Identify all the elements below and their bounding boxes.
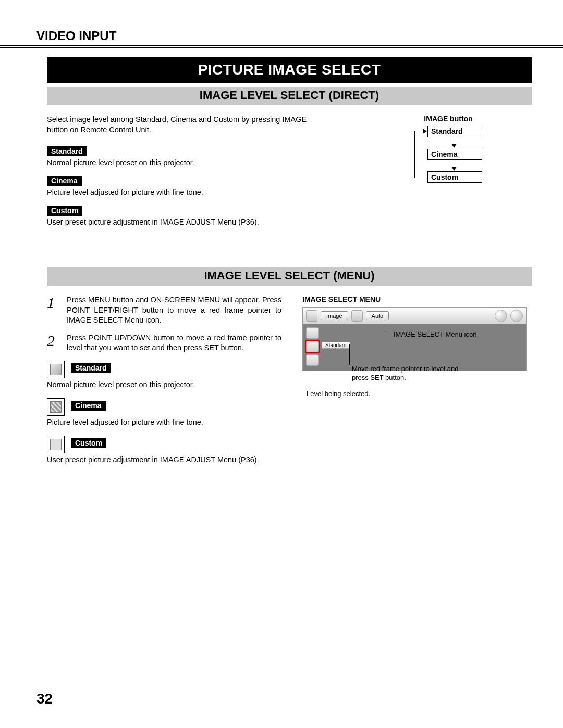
diagram-title: IMAGE button xyxy=(365,115,532,123)
screenshot-title: IMAGE SELECT MENU xyxy=(302,295,532,303)
menu-icon xyxy=(306,310,317,322)
page-banner: PICTURE IMAGE SELECT xyxy=(47,57,532,83)
step-number: 1 xyxy=(47,295,58,326)
menu-icon xyxy=(351,310,363,322)
chip-cinema: Cinema xyxy=(47,176,82,186)
menu-round-icon xyxy=(510,310,523,322)
chip-custom: Custom xyxy=(47,206,82,216)
desc-custom: User preset picture adjustment in IMAGE … xyxy=(47,218,344,226)
chip-standard: Standard xyxy=(47,146,87,156)
chip-standard-menu: Standard xyxy=(71,363,111,373)
arrow-down-icon xyxy=(451,167,457,171)
red-frame-pointer xyxy=(305,340,320,353)
menu-bar: Image Auto xyxy=(302,307,527,324)
arrow-down-icon xyxy=(451,144,457,148)
custom-icon xyxy=(47,436,65,453)
menu-screenshot: Image Auto Standard IMAGE SELECT Menu ic… xyxy=(302,307,527,371)
callout-line xyxy=(349,344,350,365)
cinema-icon xyxy=(47,398,65,416)
cycle-box-standard: Standard xyxy=(427,126,482,137)
standard-icon xyxy=(47,361,65,378)
callout-line xyxy=(386,316,386,330)
return-line xyxy=(414,131,415,178)
cycle-box-custom: Custom xyxy=(427,171,482,183)
desc-standard-menu: Normal picture level preset on this proj… xyxy=(47,380,282,389)
menu-heading: IMAGE LEVEL SELECT (MENU) xyxy=(47,267,532,286)
callout-pointer-text: Move red frame pointer to level and pres… xyxy=(352,365,472,382)
side-icon xyxy=(306,327,319,339)
desc-standard: Normal picture level preset on this proj… xyxy=(47,158,344,167)
callout-selected-text: Level being selected. xyxy=(307,390,411,399)
return-line xyxy=(414,178,427,178)
cycle-box-cinema: Cinema xyxy=(427,149,482,160)
page-number: 32 xyxy=(36,690,53,707)
arrow-right-icon xyxy=(423,129,427,134)
side-icon xyxy=(306,354,319,366)
section-header: VIDEO INPUT xyxy=(36,29,532,45)
menu-tab-image: Image xyxy=(321,311,348,320)
step-number: 2 xyxy=(47,333,58,353)
step-text: Press MENU button and ON-SCREEN MENU wil… xyxy=(67,295,282,326)
callout-line xyxy=(328,344,349,344)
desc-custom-menu: User preset picture adjustment in IMAGE … xyxy=(47,455,282,464)
arrow-line xyxy=(454,160,454,167)
menu-round-icon xyxy=(495,310,507,322)
arrow-line xyxy=(454,137,454,144)
header-rule xyxy=(0,45,563,48)
direct-heading: IMAGE LEVEL SELECT (DIRECT) xyxy=(47,87,532,105)
direct-intro: Select image level among Standard, Cinem… xyxy=(47,115,328,135)
chip-custom-menu: Custom xyxy=(71,438,106,448)
callout-icon-text: IMAGE SELECT Menu icon xyxy=(394,330,477,339)
callout-line xyxy=(312,359,312,389)
chip-cinema-menu: Cinema xyxy=(71,401,106,411)
step-text: Press POINT UP/DOWN button to move a red… xyxy=(67,333,282,353)
desc-cinema: Picture level adjusted for picture with … xyxy=(47,188,344,196)
desc-cinema-menu: Picture level adjusted for picture with … xyxy=(47,418,282,426)
mini-label-standard: Standard xyxy=(322,342,350,349)
cycle-diagram: Standard Cinema Custom xyxy=(399,126,498,188)
